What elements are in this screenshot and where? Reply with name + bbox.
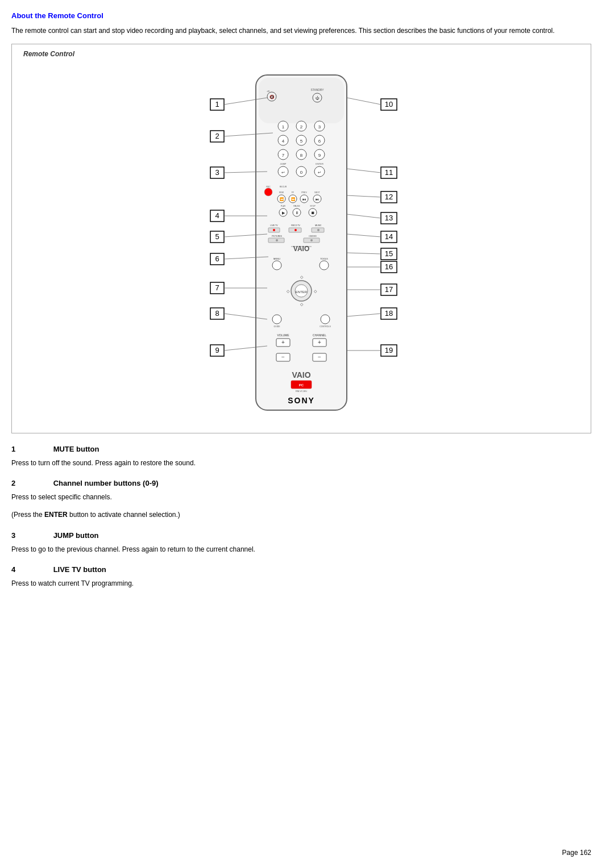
svg-text:19: 19: [385, 346, 393, 354]
svg-text:8: 8: [215, 309, 219, 318]
svg-text:7: 7: [215, 283, 219, 292]
svg-point-123: [272, 315, 281, 324]
svg-text:PREV: PREV: [301, 191, 307, 194]
svg-text:VAIO: VAIO: [292, 370, 310, 379]
svg-text:4: 4: [215, 211, 219, 220]
svg-point-110: [310, 239, 313, 241]
section-3-number: 3: [11, 531, 51, 540]
svg-text:STANDBY: STANDBY: [310, 88, 324, 91]
section-2-number: 2: [11, 479, 51, 487]
svg-text:🔇: 🔇: [269, 94, 275, 99]
remote-control-svg: 1 2 3 4 5 6 7: [142, 64, 460, 422]
svg-text:1: 1: [282, 124, 285, 130]
section-1-title: MUTE button: [53, 445, 99, 453]
svg-text:4: 4: [282, 139, 285, 144]
svg-text:10: 10: [385, 100, 393, 108]
svg-point-124: [321, 315, 330, 324]
section-4-body: Press to watch current TV programming.: [11, 578, 591, 589]
section-4-title: LIVE TV button: [53, 565, 106, 574]
svg-text:8: 8: [300, 153, 303, 158]
svg-text:12: 12: [385, 193, 393, 201]
section-3-header: 3 JUMP button: [11, 531, 591, 540]
section-2-title: Channel number buttons (0-9): [53, 479, 159, 487]
svg-line-153: [347, 195, 381, 197]
svg-text:REW: REW: [279, 191, 284, 194]
page-title: About the Remote Control: [11, 11, 591, 20]
remote-box-title: Remote Control: [23, 50, 579, 58]
svg-text:⏩: ⏩: [291, 197, 296, 202]
svg-text:9: 9: [215, 346, 219, 354]
svg-text:7: 7: [282, 153, 285, 158]
svg-text:5: 5: [215, 232, 219, 241]
svg-text:1: 1: [215, 100, 219, 108]
svg-text:VOLUME: VOLUME: [277, 333, 289, 337]
section-4-number: 4: [11, 565, 51, 574]
section-2-note: (Press the ENTER button to activate chan…: [11, 510, 591, 520]
svg-text:SONY: SONY: [288, 396, 315, 405]
section-2-header: 2 Channel number buttons (0-9): [11, 479, 591, 487]
svg-text:⏪: ⏪: [280, 197, 284, 202]
svg-text:MENU: MENU: [273, 257, 280, 260]
svg-text:⏹: ⏹: [311, 211, 315, 215]
svg-text:16: 16: [385, 262, 393, 271]
svg-text:15: 15: [385, 249, 393, 258]
svg-line-151: [347, 98, 381, 105]
section-1: 1 MUTE button Press to turn off the soun…: [11, 445, 591, 469]
svg-text:PAUSE: PAUSE: [293, 205, 300, 207]
svg-text:⏻: ⏻: [316, 96, 320, 100]
svg-point-115: [320, 261, 329, 270]
svg-point-108: [276, 239, 278, 241]
svg-line-155: [347, 234, 381, 237]
svg-point-74: [264, 188, 272, 196]
svg-text:ENTER: ENTER: [296, 290, 308, 294]
svg-text:CHANNEL: CHANNEL: [313, 333, 326, 337]
svg-text:↵: ↵: [318, 170, 321, 174]
svg-text:PLAY: PLAY: [281, 205, 286, 207]
svg-text:⏮: ⏮: [302, 198, 306, 201]
svg-text:11: 11: [385, 168, 393, 177]
section-3: 3 JUMP button Press to go to the previou…: [11, 531, 591, 555]
section-4-header: 4 LIVE TV button: [11, 565, 591, 574]
svg-text:13: 13: [385, 214, 393, 222]
svg-text:−: −: [318, 354, 321, 360]
section-3-title: JUMP button: [53, 531, 99, 540]
remote-diagram: 1 2 3 4 5 6 7: [23, 64, 579, 422]
svg-text:↩: ↩: [281, 170, 285, 174]
svg-text:RECO TV: RECO TV: [291, 224, 300, 227]
svg-text:−: −: [281, 354, 285, 360]
svg-line-154: [347, 214, 381, 218]
svg-text:5: 5: [300, 139, 303, 144]
svg-point-114: [272, 261, 281, 270]
svg-line-152: [347, 169, 381, 173]
svg-point-104: [317, 229, 320, 231]
intro-text: The remote control can start and stop vi…: [11, 26, 591, 36]
svg-text:JUMP: JUMP: [280, 162, 287, 165]
svg-text:18: 18: [385, 309, 393, 318]
remote-diagram-box: Remote Control 1 2 3 4 5: [11, 44, 591, 433]
svg-text:MUSIC: MUSIC: [315, 224, 322, 227]
svg-text:PICTURES: PICTURES: [272, 235, 282, 237]
svg-text:+: +: [281, 339, 285, 345]
svg-text:ENTER: ENTER: [316, 162, 323, 165]
sections-container: 1 MUTE button Press to turn off the soun…: [11, 445, 591, 589]
svg-text:GUIDE: GUIDE: [273, 326, 280, 328]
svg-text:6: 6: [318, 139, 321, 144]
svg-text:14: 14: [385, 232, 393, 241]
svg-text:17: 17: [385, 285, 393, 294]
svg-text:TOOLS: TOOLS: [320, 257, 328, 260]
svg-text:+: +: [318, 339, 321, 345]
section-2-body: Press to select specific channels.: [11, 492, 591, 503]
svg-text:9: 9: [318, 153, 321, 158]
page-number: Page 162: [562, 849, 591, 857]
section-1-number: 1: [11, 445, 51, 453]
section-1-body: Press to turn off the sound. Press again…: [11, 458, 591, 469]
svg-text:RECUR: RECUR: [280, 186, 287, 188]
svg-point-102: [294, 229, 297, 231]
svg-text:STOP: STOP: [310, 205, 316, 207]
svg-text:VAIO: VAIO: [293, 245, 309, 253]
svg-point-100: [273, 229, 275, 231]
svg-text:2: 2: [300, 124, 303, 130]
section-2: 2 Channel number buttons (0-9) Press to …: [11, 479, 591, 520]
svg-text:NEXT: NEXT: [314, 191, 320, 194]
svg-line-156: [347, 253, 381, 254]
